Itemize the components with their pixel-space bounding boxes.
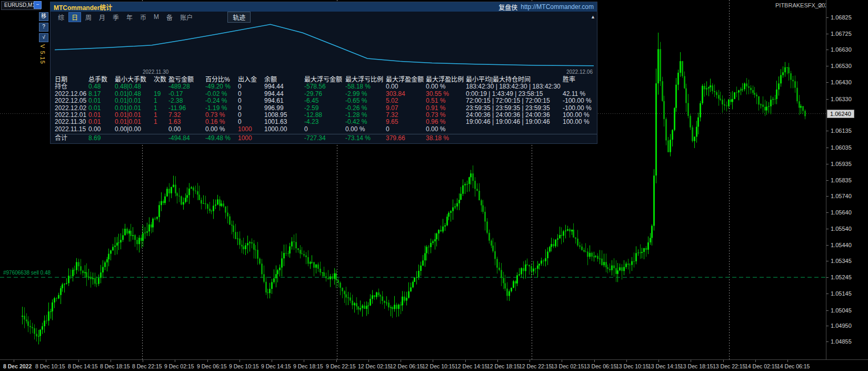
table-cell: 7.32 [386, 112, 426, 119]
table-cell: 0.51 % [426, 97, 466, 104]
tab-M[interactable]: M [151, 13, 162, 21]
tab-币[interactable]: 币 [137, 12, 149, 22]
panel-tab-row: 综日周月季年币M备账户 轨迹 ▲ [51, 12, 597, 22]
table-cell: -2.59 [304, 105, 345, 112]
price-label: 1.06725 [831, 31, 852, 37]
table-cell: 0 [238, 83, 264, 90]
column-header: 最大浮亏比例 [345, 76, 386, 83]
tab-周[interactable]: 周 [82, 12, 95, 22]
time-label: 8 Dec 2022 [3, 363, 32, 369]
price-label: 1.05740 [831, 193, 852, 199]
time-tick [497, 360, 498, 362]
price-label: 1.05145 [831, 290, 852, 297]
tab-备[interactable]: 备 [163, 12, 176, 22]
time-label: 12 Dec 02:15 [358, 363, 391, 369]
price-label: 1.06530 [831, 63, 852, 69]
table-row[interactable]: 持仓0.480.48|0.48-489.28-49.20 %0994.44-57… [55, 83, 597, 90]
table-cell: 1.63 [168, 119, 205, 125]
price-label: 1.05045 [831, 307, 852, 314]
column-header: 总手数 [88, 76, 115, 83]
table-cell: -58.18 % [345, 83, 386, 90]
time-label: 13 Dec 14:15 [648, 363, 681, 369]
tab-综[interactable]: 综 [55, 12, 67, 22]
price-label: 1.06330 [831, 96, 852, 102]
ea-button-?[interactable]: ? [39, 23, 48, 32]
open-position-label[interactable]: #97606638 sell 0.48 [3, 270, 51, 276]
tab-季[interactable]: 季 [109, 12, 122, 22]
price-tick [826, 82, 829, 83]
table-row[interactable]: 2022.12.068.170.01|0.4819-0.17-0.02 %099… [55, 91, 597, 97]
time-tick [465, 360, 466, 362]
table-cell: 24:00:36 | 24:00:36 | 24:00:36 [466, 112, 563, 119]
tab-日[interactable]: 日 [68, 12, 81, 22]
panel-title: MTCommander统计 [54, 3, 112, 12]
table-cell: 1000 [238, 126, 264, 133]
ea-button-√[interactable]: √ [39, 33, 48, 42]
table-cell: -2.38 [168, 97, 205, 104]
tab-月[interactable]: 月 [96, 12, 108, 22]
table-cell: 0.48|0.48 [115, 83, 154, 90]
time-axis[interactable]: 8 Dec 20228 Dec 10:158 Dec 14:158 Dec 18… [0, 359, 868, 371]
minimize-button[interactable]: – [34, 1, 42, 9]
time-tick [755, 360, 756, 362]
tab-账户[interactable]: 账户 [177, 12, 196, 22]
table-row[interactable]: 2022.12.020.010.01|0.011-11.96-1.19 %099… [55, 105, 597, 112]
table-cell: 0 [238, 91, 264, 97]
table-cell: 0.01 [88, 105, 115, 112]
equity-curve-area: 2022.11.30 2022.12.06 [51, 22, 597, 75]
price-label: 1.05245 [831, 274, 852, 280]
column-header: 最大浮亏金额 [304, 76, 345, 83]
ea-button-移[interactable]: 移 [39, 12, 48, 21]
price-label: 1.05835 [831, 177, 852, 183]
ea-smiley-icon[interactable]: ☺ [816, 1, 823, 9]
tab-年[interactable]: 年 [123, 12, 136, 22]
price-label: 1.05540 [831, 226, 852, 232]
table-cell: 2022.12.05 [55, 97, 88, 104]
table-cell: 0.91 % [426, 105, 466, 112]
table-row[interactable]: 2022.12.050.010.01|0.011-2.38-0.24 %0994… [55, 97, 597, 104]
price-label: 1.06825 [831, 14, 852, 21]
table-cell: 1 [154, 119, 168, 125]
table-cell: 0.73 % [205, 112, 238, 119]
panel-url-link[interactable]: http://MTCommander.com [521, 3, 594, 11]
table-cell: -727.34 [304, 135, 345, 143]
table-row[interactable]: 2022.11.300.010.01|0.0111.630.16 %01001.… [55, 119, 597, 125]
table-cell [154, 126, 168, 133]
table-cell: 996.99 [264, 105, 304, 112]
table-cell: 1 [154, 97, 168, 104]
scroll-up-icon[interactable]: ▲ [591, 14, 595, 19]
time-label: 9 Dec 06:15 [197, 363, 227, 369]
table-cell: 2022.12.02 [55, 105, 88, 112]
table-cell: 0 [386, 126, 426, 133]
table-cell [563, 126, 594, 133]
price-tick [826, 277, 829, 278]
table-cell: 0.01 [88, 119, 115, 125]
column-header: 盈亏金额 [168, 76, 205, 83]
time-label: 9 Dec 10:15 [229, 363, 259, 369]
table-row[interactable]: 2022.12.010.010.01|0.0117.320.73 %01008.… [55, 112, 597, 119]
price-axis[interactable]: 1.068251.067251.066301.065301.064301.063… [826, 0, 868, 359]
table-row[interactable]: 2022.11.150.000.00|0.000.000.00 %1000100… [55, 126, 597, 133]
equity-start-date: 2022.11.30 [143, 69, 168, 75]
table-cell: 0.00 % [205, 126, 238, 133]
table-cell: 0.01|0.01 [115, 112, 154, 119]
table-cell: 2022.11.15 [55, 126, 88, 133]
table-cell: 0.01|0.48 [115, 91, 154, 97]
price-tick [826, 180, 829, 181]
panel-titlebar[interactable]: MTCommander统计 复盘侠 http://MTCommander.com [51, 2, 597, 12]
price-tick [826, 245, 829, 246]
table-cell: 持仓 [55, 83, 88, 90]
price-tick [826, 196, 829, 197]
table-cell: 0 [304, 126, 345, 133]
table-total-row: 合计8.69-494.84-49.48 %1000-727.34-73.14 %… [55, 134, 597, 143]
time-tick [691, 360, 691, 362]
table-cell: -0.26 % [345, 105, 386, 112]
price-tick [826, 164, 829, 164]
price-tick [826, 17, 829, 18]
tabs-group: 综日周月季年币M备账户 [55, 12, 197, 22]
ea-side-buttons: 移?√ [39, 12, 48, 44]
time-label: 13 Dec 02:15 [551, 363, 584, 369]
track-button[interactable]: 轨迹 [227, 12, 251, 23]
table-cell: 2022.12.06 [55, 91, 88, 97]
table-cell: 2022.12.01 [55, 112, 88, 119]
